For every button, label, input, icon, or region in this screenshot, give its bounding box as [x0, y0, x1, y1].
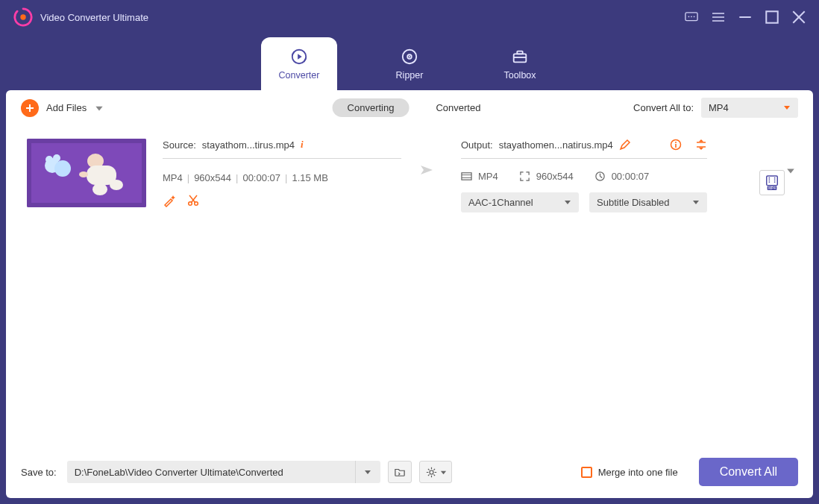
chevron-down-icon[interactable] — [94, 103, 104, 113]
svg-marker-65 — [365, 470, 371, 474]
svg-marker-53 — [565, 201, 571, 204]
video-format-icon — [461, 171, 472, 182]
converted-tab[interactable]: Converted — [430, 98, 486, 117]
subtitle-select[interactable]: Subtitle Disabled — [589, 192, 707, 212]
source-duration: 00:00:07 — [242, 172, 280, 183]
svg-rect-9 — [766, 11, 777, 22]
svg-point-56 — [768, 177, 770, 179]
svg-marker-22 — [96, 106, 103, 110]
add-files-button[interactable]: Add Files — [21, 99, 104, 117]
svg-text:MP4: MP4 — [768, 186, 776, 190]
svg-point-28 — [46, 156, 53, 163]
minimize-icon[interactable] — [738, 11, 752, 23]
chevron-down-icon[interactable] — [355, 461, 380, 483]
plus-icon — [21, 99, 39, 117]
audio-select-value: AAC-1Channel — [468, 197, 533, 208]
close-icon[interactable] — [792, 11, 806, 23]
add-files-label: Add Files — [46, 102, 87, 113]
svg-point-27 — [54, 160, 71, 177]
merge-label: Merge into one file — [598, 467, 678, 478]
svg-marker-13 — [298, 54, 302, 59]
out-format: MP4 — [478, 171, 498, 182]
svg-marker-64 — [787, 168, 794, 173]
svg-point-66 — [430, 470, 433, 474]
convert-all-button[interactable]: Convert All — [699, 458, 798, 486]
svg-point-0 — [20, 14, 25, 19]
chevron-down-icon[interactable] — [786, 166, 795, 177]
svg-point-2 — [688, 16, 690, 17]
audio-select[interactable]: AAC-1Channel — [461, 192, 579, 212]
edit-icon[interactable] — [619, 139, 631, 151]
svg-point-34 — [79, 171, 88, 177]
browse-folder-button[interactable] — [388, 461, 412, 483]
svg-marker-39 — [421, 166, 433, 174]
tab-ripper-label: Ripper — [396, 70, 424, 81]
svg-point-16 — [409, 56, 410, 57]
tab-toolbox-label: Toolbox — [503, 70, 536, 81]
svg-marker-54 — [693, 201, 699, 204]
tab-converter-label: Converter — [279, 70, 320, 81]
source-resolution: 960x544 — [194, 172, 231, 183]
merge-checkbox[interactable]: Merge into one file — [581, 467, 678, 478]
svg-marker-23 — [784, 106, 790, 110]
arrow-icon — [418, 163, 439, 180]
source-size: 1.15 MB — [292, 172, 327, 183]
output-format-value: MP4 — [709, 102, 729, 113]
svg-rect-42 — [675, 144, 677, 148]
menu-icon[interactable] — [712, 11, 725, 23]
svg-marker-67 — [441, 470, 446, 474]
svg-point-41 — [675, 142, 677, 143]
svg-line-52 — [600, 177, 602, 178]
info-icon[interactable]: i — [301, 139, 304, 151]
feedback-icon[interactable] — [685, 11, 698, 23]
svg-point-4 — [694, 16, 695, 17]
svg-point-60 — [774, 179, 776, 180]
tab-toolbox[interactable]: Toolbox — [482, 37, 558, 91]
chevron-down-icon — [783, 102, 791, 113]
tab-converter[interactable]: Converter — [261, 37, 337, 91]
output-format-select[interactable]: MP4 — [701, 98, 798, 118]
tab-ripper[interactable]: Ripper — [371, 37, 448, 91]
svg-marker-46 — [699, 148, 703, 150]
resolution-icon — [519, 171, 530, 182]
save-to-label: Save to: — [21, 467, 57, 478]
compress-icon[interactable] — [695, 139, 707, 151]
svg-point-57 — [768, 179, 770, 180]
chevron-down-icon — [564, 197, 571, 208]
source-filename: stayathom...tirus.mp4 — [202, 139, 295, 151]
svg-point-29 — [53, 154, 60, 162]
app-title: Video Converter Ultimate — [40, 12, 148, 23]
duration-icon — [594, 171, 606, 182]
profile-button[interactable]: MP4 — [759, 170, 785, 195]
svg-rect-18 — [517, 51, 522, 54]
output-label: Output: — [461, 139, 493, 151]
file-item: Source: stayathom...tirus.mp4 i MP4| 960… — [6, 125, 813, 226]
ripper-icon — [401, 48, 418, 66]
maximize-icon[interactable] — [765, 11, 779, 23]
subtitle-select-value: Subtitle Disabled — [597, 197, 670, 208]
output-info-icon[interactable] — [670, 139, 682, 151]
converting-tab[interactable]: Converting — [333, 98, 410, 117]
video-thumbnail[interactable] — [27, 139, 146, 207]
svg-point-32 — [92, 183, 107, 195]
toolbox-icon — [511, 48, 529, 66]
svg-marker-45 — [699, 139, 703, 142]
svg-point-58 — [768, 181, 770, 183]
save-path-select[interactable]: D:\FoneLab\Video Converter Ultimate\Conv… — [67, 461, 380, 483]
converter-icon — [290, 48, 308, 66]
svg-rect-47 — [462, 173, 471, 180]
svg-point-3 — [691, 16, 692, 17]
svg-rect-55 — [767, 176, 778, 186]
svg-point-33 — [110, 180, 123, 190]
app-logo — [13, 7, 33, 27]
cut-icon[interactable] — [186, 194, 200, 207]
out-resolution: 960x544 — [536, 171, 574, 182]
svg-point-61 — [774, 181, 776, 183]
effects-icon[interactable] — [163, 194, 176, 207]
settings-button[interactable] — [419, 461, 452, 483]
source-label: Source: — [163, 139, 196, 151]
chevron-down-icon — [692, 197, 700, 208]
save-path-text: D:\FoneLab\Video Converter Ultimate\Conv… — [67, 462, 355, 482]
convert-all-to-label: Convert All to: — [633, 102, 694, 113]
out-duration: 00:00:07 — [612, 171, 650, 182]
